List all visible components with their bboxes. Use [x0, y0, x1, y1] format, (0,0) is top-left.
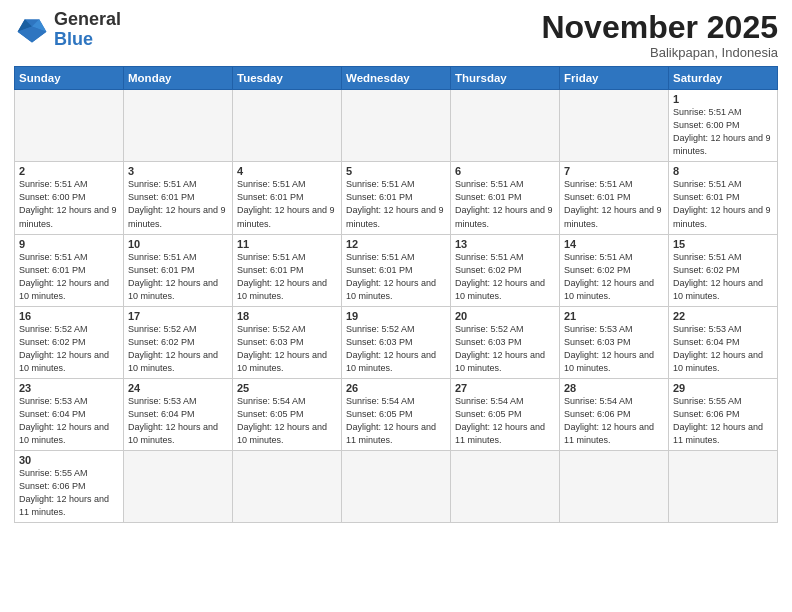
day-number: 8 [673, 165, 773, 177]
day-cell: 15Sunrise: 5:51 AM Sunset: 6:02 PM Dayli… [669, 234, 778, 306]
logo-general: General [54, 9, 121, 29]
day-cell: 27Sunrise: 5:54 AM Sunset: 6:05 PM Dayli… [451, 378, 560, 450]
month-title: November 2025 [541, 10, 778, 45]
logo-text: General Blue [54, 10, 121, 50]
day-cell: 14Sunrise: 5:51 AM Sunset: 6:02 PM Dayli… [560, 234, 669, 306]
logo-icon [14, 12, 50, 48]
day-info: Sunrise: 5:51 AM Sunset: 6:01 PM Dayligh… [564, 178, 664, 230]
day-number: 7 [564, 165, 664, 177]
col-header-monday: Monday [124, 67, 233, 90]
day-number: 14 [564, 238, 664, 250]
header: General Blue November 2025 Balikpapan, I… [14, 10, 778, 60]
calendar-header: SundayMondayTuesdayWednesdayThursdayFrid… [15, 67, 778, 90]
day-info: Sunrise: 5:55 AM Sunset: 6:06 PM Dayligh… [19, 467, 119, 519]
day-number: 16 [19, 310, 119, 322]
day-number: 25 [237, 382, 337, 394]
day-cell: 11Sunrise: 5:51 AM Sunset: 6:01 PM Dayli… [233, 234, 342, 306]
day-info: Sunrise: 5:51 AM Sunset: 6:02 PM Dayligh… [564, 251, 664, 303]
week-row-6: 30Sunrise: 5:55 AM Sunset: 6:06 PM Dayli… [15, 451, 778, 523]
day-info: Sunrise: 5:51 AM Sunset: 6:01 PM Dayligh… [128, 178, 228, 230]
day-number: 12 [346, 238, 446, 250]
location-subtitle: Balikpapan, Indonesia [541, 45, 778, 60]
logo-blue: Blue [54, 29, 93, 49]
day-info: Sunrise: 5:55 AM Sunset: 6:06 PM Dayligh… [673, 395, 773, 447]
day-cell: 22Sunrise: 5:53 AM Sunset: 6:04 PM Dayli… [669, 306, 778, 378]
day-cell [669, 451, 778, 523]
day-cell [451, 90, 560, 162]
day-number: 17 [128, 310, 228, 322]
day-cell: 19Sunrise: 5:52 AM Sunset: 6:03 PM Dayli… [342, 306, 451, 378]
day-cell: 5Sunrise: 5:51 AM Sunset: 6:01 PM Daylig… [342, 162, 451, 234]
day-number: 3 [128, 165, 228, 177]
day-number: 27 [455, 382, 555, 394]
day-cell: 6Sunrise: 5:51 AM Sunset: 6:01 PM Daylig… [451, 162, 560, 234]
day-cell: 30Sunrise: 5:55 AM Sunset: 6:06 PM Dayli… [15, 451, 124, 523]
day-cell: 17Sunrise: 5:52 AM Sunset: 6:02 PM Dayli… [124, 306, 233, 378]
day-cell: 1Sunrise: 5:51 AM Sunset: 6:00 PM Daylig… [669, 90, 778, 162]
day-number: 5 [346, 165, 446, 177]
day-info: Sunrise: 5:52 AM Sunset: 6:03 PM Dayligh… [455, 323, 555, 375]
col-header-saturday: Saturday [669, 67, 778, 90]
day-cell: 23Sunrise: 5:53 AM Sunset: 6:04 PM Dayli… [15, 378, 124, 450]
day-cell: 10Sunrise: 5:51 AM Sunset: 6:01 PM Dayli… [124, 234, 233, 306]
day-info: Sunrise: 5:51 AM Sunset: 6:01 PM Dayligh… [346, 251, 446, 303]
day-number: 10 [128, 238, 228, 250]
day-cell: 21Sunrise: 5:53 AM Sunset: 6:03 PM Dayli… [560, 306, 669, 378]
day-number: 2 [19, 165, 119, 177]
logo: General Blue [14, 10, 121, 50]
day-cell: 12Sunrise: 5:51 AM Sunset: 6:01 PM Dayli… [342, 234, 451, 306]
day-number: 19 [346, 310, 446, 322]
day-number: 6 [455, 165, 555, 177]
day-cell: 20Sunrise: 5:52 AM Sunset: 6:03 PM Dayli… [451, 306, 560, 378]
day-info: Sunrise: 5:51 AM Sunset: 6:02 PM Dayligh… [455, 251, 555, 303]
day-cell: 8Sunrise: 5:51 AM Sunset: 6:01 PM Daylig… [669, 162, 778, 234]
day-info: Sunrise: 5:52 AM Sunset: 6:03 PM Dayligh… [346, 323, 446, 375]
day-number: 11 [237, 238, 337, 250]
day-cell: 7Sunrise: 5:51 AM Sunset: 6:01 PM Daylig… [560, 162, 669, 234]
day-number: 18 [237, 310, 337, 322]
day-number: 26 [346, 382, 446, 394]
day-cell: 18Sunrise: 5:52 AM Sunset: 6:03 PM Dayli… [233, 306, 342, 378]
day-number: 20 [455, 310, 555, 322]
day-info: Sunrise: 5:53 AM Sunset: 6:03 PM Dayligh… [564, 323, 664, 375]
day-number: 15 [673, 238, 773, 250]
week-row-2: 2Sunrise: 5:51 AM Sunset: 6:00 PM Daylig… [15, 162, 778, 234]
day-number: 24 [128, 382, 228, 394]
day-info: Sunrise: 5:51 AM Sunset: 6:00 PM Dayligh… [19, 178, 119, 230]
calendar-body: 1Sunrise: 5:51 AM Sunset: 6:00 PM Daylig… [15, 90, 778, 523]
day-info: Sunrise: 5:52 AM Sunset: 6:03 PM Dayligh… [237, 323, 337, 375]
week-row-3: 9Sunrise: 5:51 AM Sunset: 6:01 PM Daylig… [15, 234, 778, 306]
col-header-friday: Friday [560, 67, 669, 90]
day-cell [342, 451, 451, 523]
day-cell [15, 90, 124, 162]
day-cell [342, 90, 451, 162]
week-row-5: 23Sunrise: 5:53 AM Sunset: 6:04 PM Dayli… [15, 378, 778, 450]
day-cell: 28Sunrise: 5:54 AM Sunset: 6:06 PM Dayli… [560, 378, 669, 450]
day-info: Sunrise: 5:51 AM Sunset: 6:01 PM Dayligh… [455, 178, 555, 230]
day-number: 29 [673, 382, 773, 394]
week-row-1: 1Sunrise: 5:51 AM Sunset: 6:00 PM Daylig… [15, 90, 778, 162]
col-header-wednesday: Wednesday [342, 67, 451, 90]
calendar-table: SundayMondayTuesdayWednesdayThursdayFrid… [14, 66, 778, 523]
day-cell [560, 90, 669, 162]
col-header-thursday: Thursday [451, 67, 560, 90]
title-block: November 2025 Balikpapan, Indonesia [541, 10, 778, 60]
day-cell: 16Sunrise: 5:52 AM Sunset: 6:02 PM Dayli… [15, 306, 124, 378]
day-cell [124, 451, 233, 523]
day-cell: 13Sunrise: 5:51 AM Sunset: 6:02 PM Dayli… [451, 234, 560, 306]
col-header-sunday: Sunday [15, 67, 124, 90]
day-cell: 3Sunrise: 5:51 AM Sunset: 6:01 PM Daylig… [124, 162, 233, 234]
day-cell: 29Sunrise: 5:55 AM Sunset: 6:06 PM Dayli… [669, 378, 778, 450]
day-cell: 26Sunrise: 5:54 AM Sunset: 6:05 PM Dayli… [342, 378, 451, 450]
day-info: Sunrise: 5:53 AM Sunset: 6:04 PM Dayligh… [673, 323, 773, 375]
week-row-4: 16Sunrise: 5:52 AM Sunset: 6:02 PM Dayli… [15, 306, 778, 378]
day-info: Sunrise: 5:53 AM Sunset: 6:04 PM Dayligh… [128, 395, 228, 447]
day-cell: 9Sunrise: 5:51 AM Sunset: 6:01 PM Daylig… [15, 234, 124, 306]
day-number: 23 [19, 382, 119, 394]
col-header-tuesday: Tuesday [233, 67, 342, 90]
day-cell: 24Sunrise: 5:53 AM Sunset: 6:04 PM Dayli… [124, 378, 233, 450]
day-info: Sunrise: 5:54 AM Sunset: 6:05 PM Dayligh… [346, 395, 446, 447]
day-cell: 4Sunrise: 5:51 AM Sunset: 6:01 PM Daylig… [233, 162, 342, 234]
day-info: Sunrise: 5:51 AM Sunset: 6:01 PM Dayligh… [673, 178, 773, 230]
day-info: Sunrise: 5:51 AM Sunset: 6:00 PM Dayligh… [673, 106, 773, 158]
